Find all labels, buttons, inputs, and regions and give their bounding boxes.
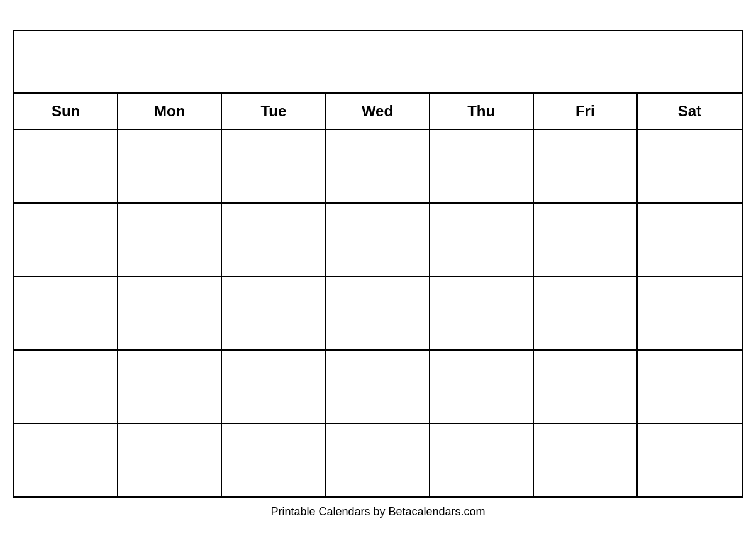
day-cell: [118, 204, 222, 276]
calendar-footer: Printable Calendars by Betacalendars.com: [270, 505, 485, 518]
day-cell: [14, 204, 118, 276]
day-cell: [222, 204, 326, 276]
day-cell: [118, 424, 222, 496]
day-cell: [638, 130, 742, 202]
day-cell: [534, 351, 638, 423]
day-cell: [14, 424, 118, 496]
day-cell: [326, 277, 430, 349]
header-sat: Sat: [638, 94, 742, 129]
header-mon: Mon: [118, 94, 222, 129]
header-tue: Tue: [222, 94, 326, 129]
day-cell: [430, 424, 534, 496]
day-cell: [326, 130, 430, 202]
calendar-container: Sun Mon Tue Wed Thu Fri Sat: [13, 30, 743, 498]
day-cell: [14, 351, 118, 423]
day-cell: [222, 351, 326, 423]
day-cell: [638, 424, 742, 496]
day-cell: [222, 277, 326, 349]
day-cell: [638, 204, 742, 276]
day-cell: [14, 277, 118, 349]
calendar-body: [14, 130, 742, 496]
day-cell: [326, 424, 430, 496]
day-cell: [118, 351, 222, 423]
day-cell: [534, 130, 638, 202]
day-cell: [638, 277, 742, 349]
header-wed: Wed: [326, 94, 430, 129]
day-cell: [638, 351, 742, 423]
day-cell: [534, 204, 638, 276]
day-cell: [430, 204, 534, 276]
calendar-title-row: [14, 31, 742, 94]
calendar-header: Sun Mon Tue Wed Thu Fri Sat: [14, 94, 742, 130]
calendar-wrapper: Sun Mon Tue Wed Thu Fri Sat: [13, 30, 743, 518]
day-cell: [326, 351, 430, 423]
week-row-4: [14, 351, 742, 424]
week-row-5: [14, 424, 742, 496]
header-sun: Sun: [14, 94, 118, 129]
week-row-1: [14, 130, 742, 204]
day-cell: [14, 130, 118, 202]
day-cell: [430, 351, 534, 423]
header-fri: Fri: [534, 94, 638, 129]
day-cell: [326, 204, 430, 276]
week-row-3: [14, 277, 742, 351]
day-cell: [430, 130, 534, 202]
day-cell: [534, 277, 638, 349]
day-cell: [118, 130, 222, 202]
day-cell: [118, 277, 222, 349]
day-cell: [222, 424, 326, 496]
day-cell: [534, 424, 638, 496]
day-cell: [222, 130, 326, 202]
header-thu: Thu: [430, 94, 534, 129]
week-row-2: [14, 204, 742, 277]
day-cell: [430, 277, 534, 349]
